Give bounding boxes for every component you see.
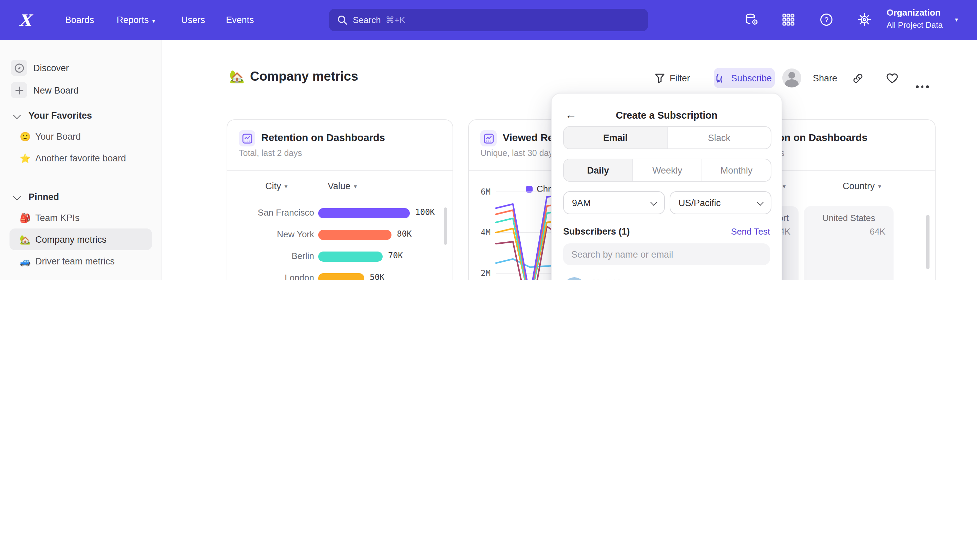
sidebar-item-company-metrics[interactable]: 🏡Company metrics <box>10 228 152 250</box>
link-icon <box>852 72 864 84</box>
top-nav: X Boards Reports Users Events Search ⌘+K… <box>0 0 977 40</box>
y-axis-tick: 6M <box>473 187 491 197</box>
org-name: Organization <box>887 6 943 20</box>
tab-weekly[interactable]: Weekly <box>632 159 701 181</box>
sidebar-item-another-favorite-board[interactable]: ⭐Another favorite board <box>0 147 162 169</box>
more-options-button[interactable] <box>916 77 929 97</box>
sidebar-section-header[interactable]: Your Favorites <box>0 105 162 125</box>
help-icon[interactable]: ? <box>818 12 835 28</box>
chevron-down-icon <box>152 15 155 25</box>
sidebar-item-label: Discover <box>33 63 69 73</box>
subscribe-rss-icon <box>717 73 727 83</box>
board-emoji: ⭐ <box>20 153 32 163</box>
nav-item-boards[interactable]: Boards <box>65 0 94 40</box>
modal-title: Create a Subscription <box>551 110 782 121</box>
avatar[interactable] <box>782 68 801 87</box>
bar <box>318 230 391 240</box>
chevron-down-icon <box>757 198 763 205</box>
filter-button[interactable]: Filter <box>655 68 690 88</box>
sidebar-item-new-board[interactable]: New Board <box>0 80 162 100</box>
column-header-value[interactable]: Value <box>328 181 357 191</box>
share-button[interactable]: Share <box>813 68 837 88</box>
table-row[interactable]: London50K <box>227 267 453 280</box>
scrollbar[interactable] <box>444 207 447 245</box>
data-management-icon[interactable] <box>743 12 760 28</box>
apps-grid-icon[interactable] <box>780 12 797 28</box>
tab-monthly[interactable]: Monthly <box>701 159 771 181</box>
board-emoji: 🙂 <box>20 131 32 142</box>
segment-cell-country[interactable]: United States 64K <box>804 206 893 280</box>
board-emoji: 🏡 <box>229 69 245 84</box>
sidebar-item-discover[interactable]: Discover <box>0 58 162 78</box>
subscribers-label: Subscribers (1) <box>563 227 630 237</box>
card-subtitle: Unique, last 30 days <box>480 148 557 158</box>
time-select[interactable]: 9AM <box>563 191 665 214</box>
channel-tabs: Email Slack <box>563 126 772 149</box>
chevron-down-icon <box>955 12 958 24</box>
timezone-select[interactable]: US/Pacific <box>670 191 772 214</box>
org-project: All Project Data <box>887 20 943 30</box>
bar <box>318 273 364 280</box>
app-root: X Boards Reports Users Events Search ⌘+K… <box>0 0 977 280</box>
table-row[interactable]: San Francisco100K <box>227 202 453 224</box>
search-placeholder: Search <box>353 15 381 25</box>
card-retention-dashboards: Retention on Dashboards Total, last 2 da… <box>227 119 453 280</box>
subscribe-button[interactable]: Subscribe <box>714 68 775 88</box>
filter-funnel-icon <box>655 73 665 83</box>
board-emoji: 🏡 <box>20 234 32 244</box>
subscriber-search-input[interactable] <box>563 243 770 265</box>
page-title: 🏡 Company metrics <box>229 69 358 84</box>
nav-item-users[interactable]: Users <box>181 0 205 40</box>
create-subscription-modal: ← Create a Subscription Email Slack Dail… <box>551 93 782 280</box>
tab-email[interactable]: Email <box>564 127 667 148</box>
sidebar-sections: Your Favorites🙂Your Board⭐Another favori… <box>0 105 162 280</box>
bar <box>318 252 382 262</box>
heart-icon <box>886 72 898 84</box>
favorite-button[interactable] <box>886 68 898 88</box>
column-header-city[interactable]: City <box>265 181 288 191</box>
tab-daily[interactable]: Daily <box>564 159 632 181</box>
board-emoji: 🎒 <box>20 213 32 223</box>
nav-item-events[interactable]: Events <box>226 0 254 40</box>
mixpanel-logo-icon[interactable]: X <box>19 0 31 40</box>
search-shortcut: ⌘+K <box>385 15 406 25</box>
chevron-down-icon <box>650 198 657 205</box>
board-emoji: 🚙 <box>20 256 32 266</box>
bar <box>318 208 410 218</box>
settings-gear-icon[interactable] <box>856 12 872 28</box>
report-icon <box>480 130 497 147</box>
subscriber-name: Matt Vaccaro <box>592 278 649 280</box>
card-subtitle: Total, last 2 days <box>239 148 302 158</box>
send-test-link[interactable]: Send Test <box>731 227 770 237</box>
table-row[interactable]: Berlin70K <box>227 245 453 267</box>
sidebar-item-team-kpis[interactable]: 🎒Team KPIs <box>0 207 162 228</box>
chevron-down-icon <box>13 193 21 201</box>
y-axis-tick: 4M <box>473 228 491 237</box>
subscriber-avatar <box>563 277 586 280</box>
table-row[interactable]: New York80K <box>227 224 453 245</box>
sidebar: Discover New Board Your Favorites🙂Your B… <box>0 40 162 280</box>
tab-slack[interactable]: Slack <box>667 127 771 148</box>
org-switcher[interactable]: Organization All Project Data <box>887 6 958 30</box>
copy-link-button[interactable] <box>852 68 864 88</box>
card-title: Retention on Dashboards <box>261 132 385 143</box>
compass-icon <box>11 60 27 76</box>
chevron-down-icon <box>13 112 21 119</box>
scrollbar[interactable] <box>926 215 930 269</box>
column-header-country[interactable]: Country <box>843 181 881 191</box>
svg-text:?: ? <box>824 16 828 23</box>
sidebar-section-header[interactable]: Pinned <box>0 187 162 207</box>
y-axis-tick: 2M <box>473 268 491 278</box>
plus-icon <box>11 82 27 98</box>
sidebar-item-driver-team-metrics[interactable]: 🚙Driver team metrics <box>0 250 162 272</box>
sidebar-item-your-board[interactable]: 🙂Your Board <box>0 125 162 147</box>
search-icon <box>337 15 347 25</box>
search-input[interactable]: Search ⌘+K <box>329 9 648 31</box>
nav-item-reports[interactable]: Reports <box>117 0 155 40</box>
frequency-tabs: Daily Weekly Monthly <box>563 158 772 182</box>
sidebar-item-label: New Board <box>33 85 79 95</box>
report-icon <box>239 130 255 147</box>
